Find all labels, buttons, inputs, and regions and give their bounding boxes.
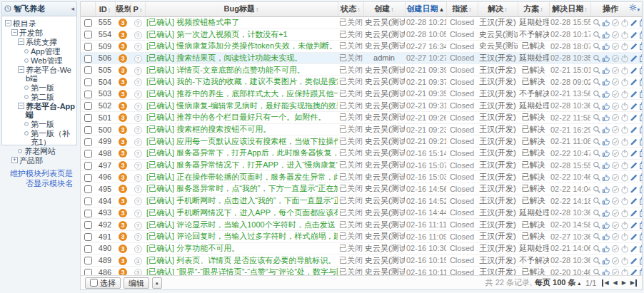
bug-id-link[interactable]: 509	[99, 42, 111, 51]
resolve-icon[interactable]	[610, 256, 620, 264]
severity-badge[interactable]: 3	[119, 185, 127, 193]
bug-title-link[interactable]: [已确认] 推荐中的各个栏目最好只有一个。如附件。	[146, 113, 326, 121]
resolve-icon[interactable]	[610, 173, 620, 181]
view-icon[interactable]	[592, 41, 601, 50]
tree-node-label[interactable]: 养老平台-App端	[26, 102, 76, 119]
edit-icon[interactable]	[629, 41, 638, 50]
column-header-p[interactable]: P↕	[131, 2, 145, 16]
copy-icon[interactable]	[638, 148, 642, 157]
priority-badge[interactable]: ?	[134, 150, 142, 158]
sort-toggle-icon[interactable]: ↕	[540, 6, 543, 13]
copy-icon[interactable]	[638, 66, 642, 74]
activate-icon[interactable]	[601, 77, 610, 86]
priority-badge[interactable]: ?	[134, 222, 142, 230]
edit-icon[interactable]	[629, 66, 638, 74]
priority-badge[interactable]: ?	[134, 78, 142, 86]
severity-badge[interactable]: 3	[119, 125, 127, 134]
severity-badge[interactable]: 3	[119, 113, 127, 122]
priority-badge[interactable]: ?	[134, 67, 142, 75]
edit-icon[interactable]	[629, 256, 638, 264]
view-icon[interactable]	[592, 77, 601, 86]
priority-badge[interactable]: ?	[134, 43, 142, 51]
bug-id-link[interactable]: 490	[99, 244, 111, 252]
sort-direction-icon[interactable]: ▲	[439, 6, 445, 13]
copy-icon[interactable]	[638, 101, 642, 110]
tree-node-第一版[interactable]: 第一版	[4, 120, 76, 128]
priority-badge[interactable]: ?	[134, 55, 142, 63]
column-header-resolution[interactable]: 方案↕	[518, 2, 549, 16]
sort-toggle-icon[interactable]: ↕	[391, 6, 394, 13]
sidebar-link[interactable]: 维护模块	[10, 169, 41, 178]
view-icon[interactable]	[592, 18, 601, 26]
severity-badge[interactable]: 3	[119, 149, 127, 158]
bug-id-link[interactable]: 494	[99, 197, 111, 205]
view-icon[interactable]	[592, 101, 601, 110]
severity-badge[interactable]: 3	[119, 78, 127, 86]
tree-node-label[interactable]: 开发部	[19, 29, 43, 37]
resolve-icon[interactable]	[610, 148, 620, 157]
view-icon[interactable]	[592, 256, 601, 264]
bug-id-link[interactable]: 506	[99, 53, 111, 62]
close-icon[interactable]	[620, 220, 629, 228]
bug-title-link[interactable]: [已确认] 评论回复时，当输入过多字符时，样式崩塌，建议改善。	[146, 232, 338, 240]
bug-title-link[interactable]: [已确认] 搜索框的搜索按钮不可用。	[146, 125, 271, 133]
row-checkbox[interactable]	[84, 245, 92, 253]
sort-toggle-icon[interactable]: ↕	[108, 6, 111, 14]
priority-badge[interactable]: ?	[134, 126, 142, 134]
tree-node-开发部[interactable]: −开发部	[4, 29, 76, 37]
copy-icon[interactable]	[638, 53, 642, 62]
bug-title-link[interactable]: [已确认] 手机断网情况下，进入APP，每个页面都应该有相应的提示信息，例如：“…	[146, 208, 338, 217]
close-icon[interactable]	[620, 232, 629, 240]
view-icon[interactable]	[592, 160, 601, 169]
activate-icon[interactable]	[601, 101, 610, 110]
edit-icon[interactable]	[629, 53, 638, 62]
edit-button[interactable]: 编辑	[124, 277, 149, 289]
view-icon[interactable]	[592, 66, 601, 74]
sort-toggle-icon[interactable]: ↕	[357, 6, 361, 13]
close-icon[interactable]	[620, 113, 629, 121]
severity-badge[interactable]: 3	[119, 173, 127, 182]
tree-collapse-icon[interactable]: −	[5, 20, 11, 26]
bug-id-link[interactable]: 504	[99, 78, 111, 86]
resolve-icon[interactable]	[610, 101, 620, 110]
bug-title-link[interactable]: [已确认] 分享功能不可用。	[146, 244, 239, 252]
bug-id-link[interactable]: 493	[99, 208, 111, 217]
edit-icon[interactable]	[629, 232, 638, 240]
view-icon[interactable]	[592, 53, 601, 62]
activate-icon[interactable]	[601, 137, 610, 145]
bug-title-link[interactable]: [已确认] 视频按钮格式串了	[146, 18, 239, 26]
view-icon[interactable]	[592, 244, 601, 252]
edit-icon[interactable]	[629, 125, 638, 133]
close-icon[interactable]	[620, 244, 629, 252]
sort-toggle-icon[interactable]: ↕	[504, 6, 508, 13]
view-icon[interactable]	[592, 29, 601, 38]
collapse-sidebar-icon[interactable]: ◂	[71, 6, 74, 12]
row-checkbox[interactable]	[84, 174, 92, 182]
priority-badge[interactable]: ?	[134, 31, 142, 39]
resolve-icon[interactable]	[610, 113, 620, 121]
close-icon[interactable]	[620, 77, 629, 86]
bug-id-link[interactable]: 496	[99, 173, 111, 181]
resolve-icon[interactable]	[610, 29, 620, 38]
close-icon[interactable]	[620, 160, 629, 169]
tree-node-第二版[interactable]: 第二版	[4, 93, 76, 101]
bug-title-link[interactable]: [已确认] 推荐中的养生，底部样式太大，应保持跟其他一致。	[146, 89, 338, 98]
activate-icon[interactable]	[601, 220, 610, 228]
priority-badge[interactable]: ?	[134, 162, 142, 170]
edit-icon[interactable]	[629, 184, 638, 192]
edit-icon[interactable]	[629, 220, 638, 228]
view-icon[interactable]	[592, 220, 601, 228]
row-checkbox[interactable]	[84, 233, 92, 241]
row-checkbox[interactable]	[84, 210, 92, 217]
priority-badge[interactable]: ?	[134, 103, 142, 110]
activate-icon[interactable]	[601, 256, 610, 264]
severity-badge[interactable]: 3	[119, 257, 127, 265]
tree-collapse-icon[interactable]: −	[18, 66, 24, 73]
row-checkbox[interactable]	[84, 66, 92, 74]
bug-id-link[interactable]: 495	[99, 185, 111, 193]
priority-badge[interactable]: ?	[134, 245, 142, 253]
close-icon[interactable]	[620, 18, 629, 26]
bug-title-link[interactable]: [已确认] 第一次进入视频页，计数没有+1	[146, 30, 288, 38]
tree-node-第一版[interactable]: 第一版	[4, 83, 76, 92]
copy-icon[interactable]	[638, 244, 642, 252]
